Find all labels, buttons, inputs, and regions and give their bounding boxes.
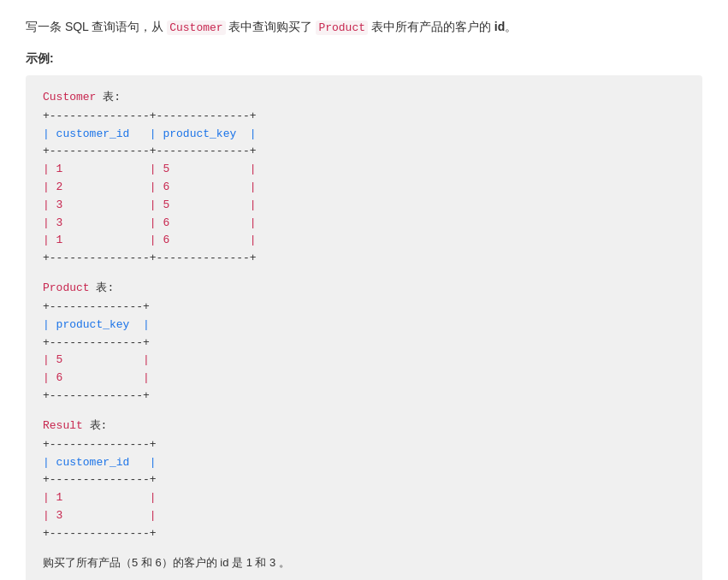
customer-row-1: | 1 | 5 | [43,161,685,179]
customer-table-title: Customer 表: [43,89,685,104]
product-border-top: +--------------+ [43,299,685,317]
product-table: +--------------+ | product_key | +------… [43,299,685,405]
customer-table: +---------------+--------------+ | custo… [43,108,685,268]
product-table-title: Product 表: [43,280,685,295]
question-text: 写一条 SQL 查询语句，从 Customer 表中查询购买了 Product … [26,17,702,38]
product-header: | product_key | [43,317,685,334]
example-label: 示例: [26,51,702,67]
product-border-mid: +--------------+ [43,334,685,352]
footer-text: 购买了所有产品（5 和 6）的客户的 id 是 1 和 3 。 [43,555,685,571]
product-row-2: | 6 | [43,370,685,388]
customer-header: | customer_id | product_key | [43,126,685,144]
result-table-section: Result 表: +---------------+ | customer_i… [43,417,685,543]
result-border-mid: +---------------+ [43,471,685,489]
page-container: 写一条 SQL 查询语句，从 Customer 表中查询购买了 Product … [0,0,728,580]
result-row-1: | 1 | [43,489,685,507]
example-box: Customer 表: +---------------+-----------… [26,75,702,580]
customer-row-5: | 1 | 6 | [43,232,685,250]
customer-table-section: Customer 表: +---------------+-----------… [43,89,685,268]
id-keyword: id [494,20,505,33]
customer-border-top: +---------------+--------------+ [43,108,685,126]
result-border-top: +---------------+ [43,436,685,454]
customer-row-3: | 3 | 5 | [43,197,685,215]
result-row-2: | 3 | [43,507,685,525]
customer-keyword: Customer [167,21,225,35]
product-keyword: Product [316,21,368,35]
customer-row-2: | 2 | 6 | [43,179,685,197]
customer-border-mid: +---------------+--------------+ [43,143,685,161]
result-table: +---------------+ | customer_id | +-----… [43,436,685,543]
result-border-bottom: +---------------+ [43,525,685,543]
product-border-bottom: +--------------+ [43,388,685,405]
customer-row-4: | 3 | 6 | [43,215,685,233]
product-row-1: | 5 | [43,352,685,370]
product-table-section: Product 表: +--------------+ | product_ke… [43,280,685,405]
result-header: | customer_id | [43,454,685,472]
customer-border-bottom: +---------------+--------------+ [43,250,685,268]
result-table-title: Result 表: [43,417,685,433]
